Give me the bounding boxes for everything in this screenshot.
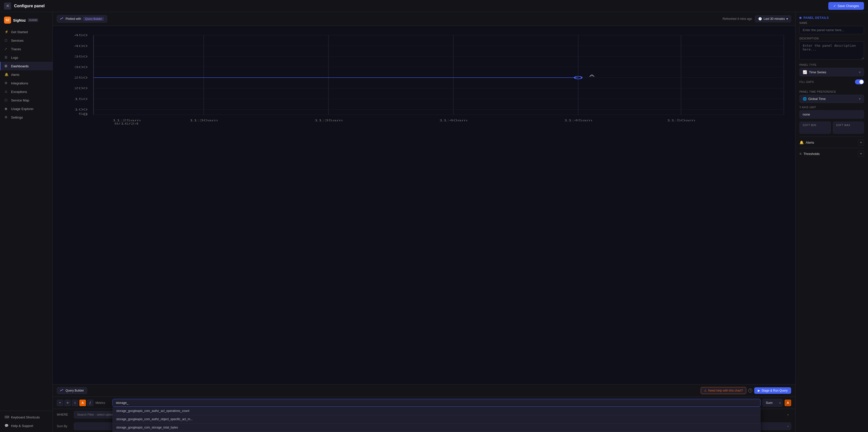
global-time-selector[interactable]: 🌐 Global Time ▾ xyxy=(800,95,864,103)
save-changes-button[interactable]: ✓ Save Changes xyxy=(828,2,864,10)
sidebar-item-service-map[interactable]: ⬡ Service Map xyxy=(0,96,53,104)
metrics-input[interactable] xyxy=(113,399,761,407)
svg-text:8/16/24: 8/16/24 xyxy=(114,122,139,125)
svg-text:400: 400 xyxy=(74,44,88,48)
right-panel: Panel details NAME DESCRIPTION PANEL TYP… xyxy=(795,12,868,432)
chart-svg: 450 400 350 300 250 200 150 100 50 xyxy=(57,30,791,125)
sidebar-item-get-started[interactable]: ⚡ Get Started xyxy=(0,28,53,36)
panel-type-selector[interactable]: 📈 Time Series ▾ xyxy=(800,68,864,76)
usage-explorer-icon: ◉ xyxy=(4,107,8,111)
time-range-selector[interactable]: 🕐 Last 30 minutes ▾ xyxy=(755,15,791,22)
integrations-icon: ⚙ xyxy=(4,81,8,85)
sidebar-item-label: Integrations xyxy=(11,81,28,85)
qb-pill: Query Builder xyxy=(83,17,104,21)
where-label: WHERE xyxy=(57,413,72,416)
sidebar-item-alerts[interactable]: 🔔 Alerts xyxy=(0,70,53,79)
sidebar-item-label: Help & Support xyxy=(11,424,33,428)
thresholds-label: ≡ Thresholds xyxy=(800,152,819,156)
keyboard-icon: ⌨ xyxy=(4,415,8,419)
sidebar-item-usage-explorer[interactable]: ◉ Usage Explorer xyxy=(0,104,53,113)
description-field-label: DESCRIPTION xyxy=(800,37,864,40)
alerts-label: 🔔 Alerts xyxy=(800,141,814,145)
sidebar-item-traces[interactable]: ⤢ Traces xyxy=(0,45,53,53)
panel-description-input[interactable] xyxy=(800,41,864,60)
svg-point-26 xyxy=(575,76,582,79)
eye-button[interactable]: 👁 xyxy=(64,400,71,406)
svg-text:11:35am: 11:35am xyxy=(314,119,343,122)
chart-icon xyxy=(60,17,64,21)
sidebar-item-label: Logs xyxy=(11,56,18,60)
sidebar-item-label: Keyboard Shortcuts xyxy=(11,415,40,419)
refresh-info: Refreshed 4 mins ago 🕐 Last 30 minutes ▾ xyxy=(722,15,791,22)
svg-text:11:45am: 11:45am xyxy=(564,119,592,122)
formula-button[interactable]: ƒ xyxy=(87,400,93,406)
sidebar-item-settings[interactable]: ⚙ Settings xyxy=(0,113,53,122)
where-input[interactable] xyxy=(74,411,118,419)
panel-name-input[interactable] xyxy=(800,26,864,34)
sidebar-item-dashboards[interactable]: ⊞ Dashboards xyxy=(0,62,53,70)
check-icon: ✓ xyxy=(833,4,836,8)
sidebar-item-services[interactable]: ⬡ Services xyxy=(0,36,53,45)
query-builder-tab[interactable]: Query Builder xyxy=(57,387,87,394)
sidebar-item-help-support[interactable]: 💬 Help & Support xyxy=(0,422,53,430)
soft-max-input[interactable] xyxy=(836,128,861,131)
sidebar-item-exceptions[interactable]: ⚠ Exceptions xyxy=(0,87,53,96)
sidebar-item-label: Traces xyxy=(11,47,21,51)
sidebar-item-label: Settings xyxy=(11,116,23,119)
logo-icon: SZ xyxy=(4,17,11,24)
svg-text:11:40am: 11:40am xyxy=(439,119,468,122)
alerts-row: 🔔 Alerts + xyxy=(800,136,864,148)
add-thresholds-button[interactable]: + xyxy=(858,151,864,157)
soft-max-field: SOFT MAX xyxy=(833,122,864,134)
soft-min-input[interactable] xyxy=(803,128,828,131)
help-circle-icon[interactable]: ? xyxy=(748,389,752,393)
dropdown-item-2[interactable]: storage_googleapis_com_storage_total_byt… xyxy=(113,424,760,432)
get-started-icon: ⚡ xyxy=(4,30,8,34)
svg-text:0: 0 xyxy=(83,113,88,116)
sum-select-wrap: Sum xyxy=(763,399,783,407)
chevron-down-icon: ▾ xyxy=(859,97,861,101)
panel-details-section: Panel details NAME DESCRIPTION PANEL TYP… xyxy=(800,16,864,159)
dropdown-item-0[interactable]: storage_googleapis_com_authz_acl_operati… xyxy=(113,407,760,415)
y-axis-unit-input[interactable] xyxy=(800,110,864,119)
chevron-down-icon: ▾ xyxy=(786,17,788,21)
svg-text:350: 350 xyxy=(74,55,88,58)
fill-gaps-toggle[interactable] xyxy=(855,80,864,84)
configure-title: Configure panel xyxy=(14,4,45,8)
soft-min-label: SOFT MIN xyxy=(803,124,828,127)
query-row-a: ▾ 👁 ⎘ A ƒ Metrics storage_googleapis_com… xyxy=(53,397,795,409)
thresholds-row: ≡ Thresholds + xyxy=(800,148,864,159)
services-icon: ⬡ xyxy=(4,38,8,42)
time-series-icon: 📈 xyxy=(803,70,807,74)
close-button[interactable]: ✕ xyxy=(4,2,11,9)
svg-text:450: 450 xyxy=(74,34,88,37)
svg-text:300: 300 xyxy=(74,65,88,68)
add-alerts-button[interactable]: + xyxy=(858,140,864,146)
sidebar-item-label: Alerts xyxy=(11,73,19,76)
need-help-button[interactable]: ⚠ Need help with this chart? xyxy=(701,387,746,394)
svg-text:11:50am: 11:50am xyxy=(667,119,695,122)
traces-icon: ⤢ xyxy=(4,47,8,51)
close-icon: ✕ xyxy=(6,3,9,8)
qb-header: Query Builder ⚠ Need help with this char… xyxy=(53,384,795,397)
stage-run-query-button[interactable]: ▶ Stage & Run Query xyxy=(754,387,791,394)
sidebar-item-integrations[interactable]: ⚙ Integrations xyxy=(0,79,53,87)
sidebar-item-logs[interactable]: ☰ Logs xyxy=(0,53,53,62)
sidebar-item-label: Services xyxy=(11,39,24,42)
chevron-down-icon: ▾ xyxy=(859,70,861,74)
panel-time-label: PANEL TIME PREFERENCE xyxy=(800,90,864,93)
sidebar-item-label: Service Map xyxy=(11,98,29,102)
copy-button[interactable]: ⎘ xyxy=(72,400,79,406)
sidebar-item-label: Dashboards xyxy=(11,64,29,68)
sum-select[interactable]: Sum xyxy=(763,399,783,407)
logo-badge: CLOUD xyxy=(28,18,38,22)
sidebar-item-keyboard-shortcuts[interactable]: ⌨ Keyboard Shortcuts xyxy=(0,413,53,422)
metrics-dropdown: storage_googleapis_com_authz_acl_operati… xyxy=(113,407,761,432)
dropdown-item-1[interactable]: storage_googleapis_com_authz_object_spec… xyxy=(113,415,760,424)
query-a-badge: A xyxy=(80,400,86,406)
sum-by-label: Sum By xyxy=(57,425,72,428)
metrics-label: Metrics xyxy=(95,401,111,405)
expand-row-button[interactable]: ▾ xyxy=(57,400,63,406)
svg-text:100: 100 xyxy=(74,108,88,111)
threshold-icon: ≡ xyxy=(800,152,801,156)
